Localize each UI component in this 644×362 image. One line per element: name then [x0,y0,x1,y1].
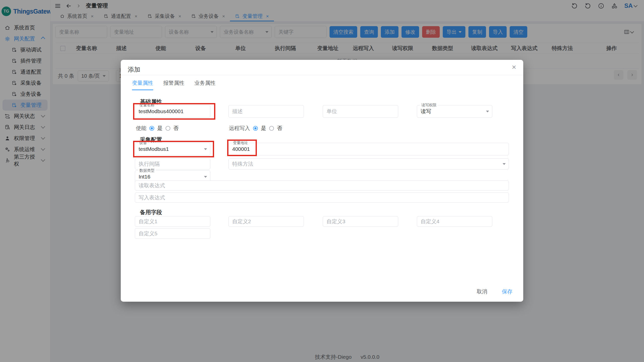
interval-input[interactable] [135,159,210,169]
device-select[interactable]: 设备 testModbus1 [135,143,210,155]
custom1-input[interactable] [135,216,210,227]
custom2-field [228,216,304,227]
field-label: 变量地址 [232,141,249,145]
enable-radio-group: 使能 是 否 [136,125,179,132]
custom5-field [135,228,210,239]
field-label: 设备 [138,141,148,145]
radio-group-label: 远程写入 [229,125,250,132]
add-variable-dialog: 添加 × 变量属性 报警属性 业务属性 基础属性 变量名称 读写权限 读写 使能 [121,60,523,302]
custom3-input[interactable] [323,216,398,227]
remote-write-yes-radio[interactable] [253,126,258,131]
caret-down-icon [486,111,489,112]
close-icon[interactable]: × [512,63,516,71]
var-address-field: 变量地址 [228,143,509,155]
custom4-input[interactable] [417,216,492,227]
description-input[interactable] [229,105,304,117]
custom2-input[interactable] [229,216,304,227]
field-label: 变量名称 [138,103,156,107]
var-address-input[interactable] [229,143,509,155]
tab-business-props[interactable]: 业务属性 [194,79,216,90]
caret-down-icon [204,148,207,150]
cancel-button[interactable]: 取消 [475,287,489,296]
app-root: TG ThingsGateway 系统首页 网关配置 驱动调试 插件管理 [0,0,644,362]
field-label: 读写权限 [420,103,438,107]
caret-down-icon [204,176,207,178]
radio-option-label: 是 [261,125,266,132]
radio-option-label: 是 [157,125,163,132]
write-expression-field [135,193,509,203]
select-value: testModbus1 [135,143,210,155]
remote-write-no-radio[interactable] [269,126,274,131]
section-spare-fields: 备用字段 [140,209,162,216]
caret-down-icon [503,163,506,165]
custom5-input[interactable] [135,229,210,239]
enable-no-radio[interactable] [166,126,170,131]
custom1-field [135,216,210,227]
remote-write-radio-group: 远程写入 是 否 [229,125,282,132]
dialog-footer: 取消 保存 [475,287,514,296]
radio-option-label: 否 [277,125,282,132]
tab-variable-props[interactable]: 变量属性 [132,79,153,90]
divider [121,75,523,75]
custom4-field [417,216,492,227]
var-name-field: 变量名称 [135,105,210,118]
dialog-tabs: 变量属性 报警属性 业务属性 [132,79,216,90]
read-expression-input[interactable] [135,181,509,190]
tab-alarm-props[interactable]: 报警属性 [163,79,184,90]
description-field [228,105,304,118]
rw-permission-select[interactable]: 读写权限 读写 [417,105,492,118]
special-method-select[interactable]: 特殊方法 [228,158,509,169]
unit-input[interactable] [323,105,398,117]
write-expression-input[interactable] [135,193,509,202]
interval-field [135,158,210,169]
select-value: 读写 [417,105,492,117]
save-button[interactable]: 保存 [500,287,514,296]
read-expression-field [135,180,509,191]
var-name-input[interactable] [135,105,210,117]
custom3-field [323,216,398,227]
radio-group-label: 使能 [136,125,146,132]
field-label: 数据类型 [138,168,156,172]
radio-option-label: 否 [173,125,179,132]
unit-field [323,105,398,118]
dialog-title: 添加 [128,65,140,74]
enable-yes-radio[interactable] [149,126,154,131]
select-placeholder: 特殊方法 [229,159,509,169]
